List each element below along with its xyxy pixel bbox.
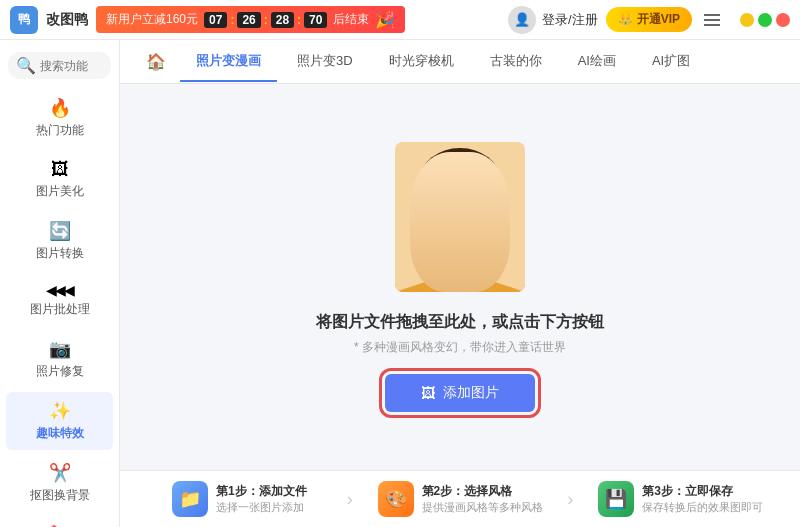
sidebar-item-label: 抠图换背景 xyxy=(30,487,90,504)
sidebar-item-batch[interactable]: ◀◀◀ 图片批处理 xyxy=(6,274,113,326)
search-box[interactable]: 🔍 xyxy=(8,52,111,79)
sidebar-item-label: 照片修复 xyxy=(36,363,84,380)
search-icon: 🔍 xyxy=(16,56,36,75)
svg-point-5 xyxy=(426,172,494,196)
countdown-m: 26 xyxy=(237,12,260,28)
sidebar-item-fun[interactable]: ✨ 趣味特效 xyxy=(6,392,113,450)
step1-icon: 📁 xyxy=(172,481,208,517)
svg-point-1 xyxy=(420,148,500,212)
countdown-h: 07 xyxy=(204,12,227,28)
minimize-button[interactable] xyxy=(740,13,754,27)
step3-icon: 💾 xyxy=(598,481,634,517)
main-layout: 🔍 🔥 热门功能 🖼 图片美化 🔄 图片转换 ◀◀◀ 图片批处理 📷 照片修复 … xyxy=(0,40,800,527)
step1-desc: 选择一张图片添加 xyxy=(216,500,307,515)
tab-cartoon[interactable]: 照片变漫画 xyxy=(180,42,277,82)
tab-ai-expand[interactable]: AI扩图 xyxy=(636,42,706,82)
step-3: 💾 第3步：立即保存 保存转换后的效果图即可 xyxy=(581,481,780,517)
svg-rect-10 xyxy=(451,252,469,272)
step2-title: 第2步：选择风格 xyxy=(422,483,543,500)
fiesta-icon: 🎉 xyxy=(375,10,395,29)
tab-home[interactable]: 🏠 xyxy=(136,44,176,79)
vip-button[interactable]: 👑 开通VIP xyxy=(606,7,692,32)
repair-icon: 📷 xyxy=(49,338,71,360)
step2-desc: 提供漫画风格等多种风格 xyxy=(422,500,543,515)
step-2: 🎨 第2步：选择风格 提供漫画风格等多种风格 xyxy=(361,481,560,517)
add-image-button[interactable]: 🖼 添加图片 xyxy=(385,374,535,412)
sidebar-item-label: 图片转换 xyxy=(36,245,84,262)
add-image-label: 添加图片 xyxy=(443,384,499,402)
fun-icon: ✨ xyxy=(49,400,71,422)
step2-icon: 🎨 xyxy=(378,481,414,517)
promo-suffix: 后结束 xyxy=(333,11,369,28)
countdown-ms: 70 xyxy=(304,12,327,28)
avatar: 👤 xyxy=(508,6,536,34)
step1-title: 第1步：添加文件 xyxy=(216,483,307,500)
add-image-icon: 🖼 xyxy=(421,385,435,401)
batch-icon: ◀◀◀ xyxy=(46,282,73,298)
sidebar: 🔍 🔥 热门功能 🖼 图片美化 🔄 图片转换 ◀◀◀ 图片批处理 📷 照片修复 … xyxy=(0,40,120,527)
vip-label: 开通VIP xyxy=(637,11,680,28)
maximize-button[interactable] xyxy=(758,13,772,27)
tab-timemachine[interactable]: 时光穿梭机 xyxy=(373,42,470,82)
convert-icon: 🔄 xyxy=(49,220,71,242)
tab-ai-paint[interactable]: AI绘画 xyxy=(562,42,632,82)
titlebar-left: 鸭 改图鸭 新用户立减160元 07 : 26 : 28 : 70 后结束 🎉 xyxy=(10,6,405,34)
svg-rect-3 xyxy=(423,187,435,242)
app-logo-icon: 鸭 xyxy=(10,6,38,34)
sidebar-item-repair[interactable]: 📷 照片修复 xyxy=(6,330,113,388)
upload-area: 将图片文件拖拽至此处，或点击下方按钮 * 多种漫画风格变幻，带你进入童话世界 🖼… xyxy=(120,84,800,470)
step2-text: 第2步：选择风格 提供漫画风格等多种风格 xyxy=(422,483,543,515)
sidebar-item-edit[interactable]: ✏️ 图片编辑 xyxy=(6,516,113,527)
upload-subtitle: * 多种漫画风格变幻，带你进入童话世界 xyxy=(354,339,566,356)
face-illustration xyxy=(395,142,525,292)
sidebar-item-label: 趣味特效 xyxy=(36,425,84,442)
svg-rect-4 xyxy=(485,187,497,242)
svg-point-2 xyxy=(427,177,493,257)
countdown: 07 : 26 : 28 : 70 xyxy=(204,12,327,28)
tab-ancient[interactable]: 古装的你 xyxy=(474,42,558,82)
svg-point-7 xyxy=(477,173,485,179)
step3-text: 第3步：立即保存 保存转换后的效果图即可 xyxy=(642,483,763,515)
tab-3d[interactable]: 照片变3D xyxy=(281,42,369,82)
sidebar-item-beautify[interactable]: 🖼 图片美化 xyxy=(6,151,113,208)
search-input[interactable] xyxy=(40,59,110,73)
app-logo-text: 改图鸭 xyxy=(46,11,88,29)
promo-text: 新用户立减160元 xyxy=(106,11,198,28)
login-button[interactable]: 👤 登录/注册 xyxy=(508,6,598,34)
titlebar: 鸭 改图鸭 新用户立减160元 07 : 26 : 28 : 70 后结束 🎉 … xyxy=(0,0,800,40)
tabs-bar: 🏠 照片变漫画 照片变3D 时光穿梭机 古装的你 AI绘画 AI扩图 xyxy=(120,40,800,84)
window-controls xyxy=(740,13,790,27)
steps-bar: 📁 第1步：添加文件 选择一张图片添加 › 🎨 第2步：选择风格 提供漫画风格等… xyxy=(120,470,800,527)
svg-point-9 xyxy=(468,210,478,218)
sidebar-item-convert[interactable]: 🔄 图片转换 xyxy=(6,212,113,270)
titlebar-right: 👤 登录/注册 👑 开通VIP xyxy=(508,6,790,34)
step3-title: 第3步：立即保存 xyxy=(642,483,763,500)
beautify-icon: 🖼 xyxy=(51,159,69,180)
sidebar-item-label: 图片批处理 xyxy=(30,301,90,318)
step3-desc: 保存转换后的效果图即可 xyxy=(642,500,763,515)
sidebar-item-hot[interactable]: 🔥 热门功能 xyxy=(6,89,113,147)
svg-rect-0 xyxy=(395,142,525,292)
svg-point-6 xyxy=(468,176,478,184)
matting-icon: ✂️ xyxy=(49,462,71,484)
sidebar-item-label: 热门功能 xyxy=(36,122,84,139)
sidebar-item-matting[interactable]: ✂️ 抠图换背景 xyxy=(6,454,113,512)
step-arrow-1: › xyxy=(339,489,361,510)
content-area: 🏠 照片变漫画 照片变3D 时光穿梭机 古装的你 AI绘画 AI扩图 xyxy=(120,40,800,527)
step-arrow-2: › xyxy=(559,489,581,510)
svg-point-11 xyxy=(428,221,442,229)
hot-icon: 🔥 xyxy=(49,97,71,119)
sidebar-item-label: 图片美化 xyxy=(36,183,84,200)
step-1: 📁 第1步：添加文件 选择一张图片添加 xyxy=(140,481,339,517)
countdown-s: 28 xyxy=(271,12,294,28)
crown-icon: 👑 xyxy=(618,13,633,27)
close-button[interactable] xyxy=(776,13,790,27)
login-text: 登录/注册 xyxy=(542,11,598,29)
promo-banner[interactable]: 新用户立减160元 07 : 26 : 28 : 70 后结束 🎉 xyxy=(96,6,405,33)
upload-title: 将图片文件拖拽至此处，或点击下方按钮 xyxy=(316,312,604,333)
step1-text: 第1步：添加文件 选择一张图片添加 xyxy=(216,483,307,515)
preview-image xyxy=(395,142,525,292)
svg-point-8 xyxy=(442,210,452,218)
svg-point-12 xyxy=(478,221,492,229)
menu-button[interactable] xyxy=(700,10,724,30)
